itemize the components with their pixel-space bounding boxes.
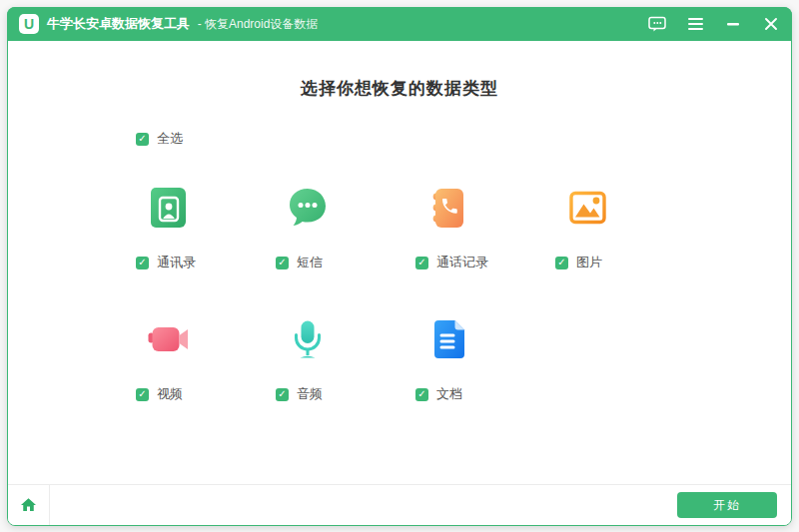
data-type-toggle[interactable]: 通话记录: [415, 254, 555, 271]
app-window: U 牛学长安卓数据恢复工具 - 恢复Android设备数据: [7, 7, 792, 526]
data-type-cell-sms: 短信: [276, 184, 415, 271]
data-type-toggle[interactable]: 图片: [555, 254, 695, 271]
data-type-toggle[interactable]: 视频: [136, 385, 276, 403]
item-checkbox[interactable]: [276, 388, 289, 401]
photos-icon: [563, 184, 611, 232]
window-title-sub: - 恢复Android设备数据: [198, 17, 319, 31]
data-type-cell-videos: 视频: [136, 315, 276, 403]
select-all-checkbox[interactable]: [136, 133, 149, 146]
item-label: 图片: [576, 254, 602, 271]
main-content: 选择你想恢复的数据类型 全选: [8, 41, 791, 485]
data-type-toggle[interactable]: 音频: [276, 385, 415, 403]
item-label: 通讯录: [157, 254, 196, 271]
item-label: 文档: [436, 385, 462, 403]
sms-icon: [284, 184, 332, 232]
data-type-cell-call-history: 通话记录: [415, 184, 555, 271]
app-logo-icon: U: [19, 14, 39, 34]
audio-icon: [284, 315, 332, 363]
select-all-label: 全选: [157, 130, 183, 148]
data-type-cell-documents: 文档: [415, 315, 555, 403]
data-type-cell-audio: 音频: [276, 315, 415, 403]
item-checkbox[interactable]: [276, 257, 289, 269]
data-type-toggle[interactable]: 短信: [276, 254, 415, 271]
close-icon[interactable]: [762, 15, 780, 33]
item-checkbox[interactable]: [555, 257, 568, 269]
titlebar: U 牛学长安卓数据恢复工具 - 恢复Android设备数据: [7, 7, 792, 41]
item-label: 通话记录: [436, 254, 488, 271]
home-button[interactable]: [8, 485, 50, 525]
data-type-cell-contacts: 通讯录: [136, 184, 276, 271]
item-checkbox[interactable]: [415, 257, 428, 269]
footer-bar: 开始: [8, 484, 791, 525]
window-title-main: 牛学长安卓数据恢复工具: [47, 16, 190, 31]
item-label: 音频: [297, 385, 323, 403]
window-title: 牛学长安卓数据恢复工具 - 恢复Android设备数据: [47, 15, 318, 33]
item-checkbox[interactable]: [415, 388, 428, 401]
titlebar-actions: [648, 15, 780, 33]
select-all-row[interactable]: 全选: [136, 130, 791, 148]
data-type-toggle[interactable]: 通讯录: [136, 254, 276, 271]
feedback-icon[interactable]: [648, 15, 666, 33]
item-label: 短信: [297, 254, 323, 271]
minimize-icon[interactable]: [724, 15, 742, 33]
data-type-grid: 通讯录 短信: [136, 184, 791, 403]
item-checkbox[interactable]: [136, 388, 149, 401]
call-history-icon: [423, 184, 471, 232]
videos-icon: [144, 315, 192, 363]
item-label: 视频: [157, 385, 183, 403]
home-icon: [19, 496, 38, 514]
menu-icon[interactable]: [686, 15, 704, 33]
documents-icon: [423, 315, 471, 363]
start-button[interactable]: 开始: [677, 492, 777, 518]
page-title: 选择你想恢复的数据类型: [8, 77, 791, 100]
contacts-icon: [144, 184, 192, 232]
data-type-cell-photos: 图片: [555, 184, 695, 271]
data-type-toggle[interactable]: 文档: [415, 385, 555, 403]
item-checkbox[interactable]: [136, 257, 149, 269]
